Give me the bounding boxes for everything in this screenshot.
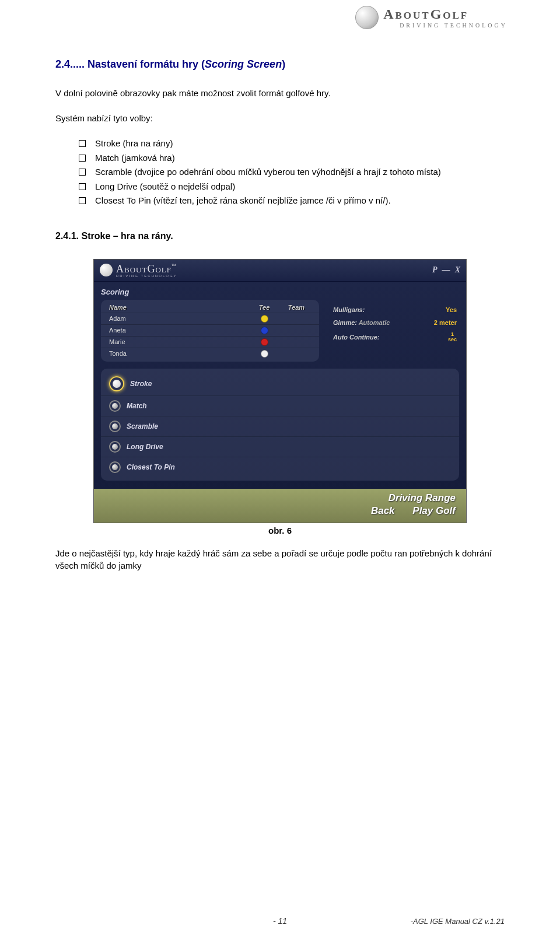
panel-title-scoring: Scoring — [101, 288, 459, 296]
radio-icon — [109, 461, 121, 473]
tee-color-icon — [261, 350, 268, 358]
close-button[interactable]: X — [455, 265, 460, 275]
setting-mulligans[interactable]: Mulligans: Yes — [331, 303, 459, 316]
golf-ball-icon — [355, 6, 379, 29]
col-header-team: Team — [282, 304, 311, 311]
list-item: Closest To Pin (vítězí ten, jehož rána s… — [79, 194, 505, 208]
list-item: Scramble (dvojice po odehrání obou míčků… — [79, 166, 505, 179]
brand-logo: AboutGolf DRIVING TECHNOLOGY — [355, 6, 508, 29]
golf-ball-icon — [100, 264, 113, 276]
tee-color-icon — [261, 315, 268, 323]
list-item: Match (jamková hra) — [79, 152, 505, 165]
app-titlebar: AboutGolf™ DRIVING TECHNOLOGY P — X — [94, 260, 466, 282]
player-row[interactable]: Adam — [101, 313, 319, 325]
mode-long-drive[interactable]: Long Drive — [101, 437, 459, 457]
minimize-button[interactable]: — — [442, 265, 450, 275]
players-panel: Name Tee Team Adam Aneta — [101, 300, 319, 362]
driving-range-button[interactable]: Driving Range — [388, 492, 456, 503]
mode-closest-to-pin[interactable]: Closest To Pin — [101, 457, 459, 477]
subsection-heading: 2.4.1. Stroke – hra na rány. — [55, 231, 505, 241]
options-list: Stroke (hra na rány) Match (jamková hra)… — [55, 137, 505, 208]
game-modes-panel: Stroke Match Scramble Long Drive Closest… — [101, 369, 459, 481]
list-intro: Systém nabízí tyto volby: — [55, 112, 505, 124]
col-header-tee: Tee — [247, 304, 282, 311]
setting-auto-continue[interactable]: Auto Continue: 1 sec — [331, 329, 459, 345]
player-row[interactable]: Marie — [101, 337, 319, 348]
radio-icon — [109, 441, 121, 453]
app-footer: Driving Range Back Play Golf — [94, 489, 466, 523]
setting-gimme[interactable]: Gimme: Automatic 2 meter — [331, 316, 459, 329]
radio-icon — [109, 376, 124, 391]
tee-color-icon — [261, 338, 268, 346]
mode-stroke[interactable]: Stroke — [101, 372, 459, 396]
app-screenshot: AboutGolf™ DRIVING TECHNOLOGY P — X Scor… — [93, 259, 467, 523]
player-row[interactable]: Aneta — [101, 325, 319, 337]
col-header-name: Name — [109, 304, 247, 311]
app-logo: AboutGolf™ DRIVING TECHNOLOGY — [100, 263, 177, 278]
help-button[interactable]: P — [432, 265, 438, 275]
back-button[interactable]: Back — [371, 505, 395, 516]
list-item: Long Drive (soutěž o nejdelší odpal) — [79, 180, 505, 194]
radio-icon — [109, 400, 121, 412]
play-golf-button[interactable]: Play Golf — [412, 505, 456, 516]
radio-icon — [109, 421, 121, 432]
tee-color-icon — [261, 327, 268, 334]
figure-caption: obr. 6 — [55, 526, 505, 535]
brand-name: AboutGolf — [383, 6, 508, 22]
list-item: Stroke (hra na rány) — [79, 137, 505, 150]
intro-paragraph: V dolní polovině obrazovky pak máte možn… — [55, 87, 505, 99]
game-settings-panel: Mulligans: Yes Gimme: Automatic 2 meter … — [331, 300, 459, 362]
doc-version: -AGL IGE Manual CZ v.1.21 — [411, 917, 505, 926]
player-row[interactable]: Tonda — [101, 348, 319, 359]
section-heading: 2.4..... Nastavení formátu hry (Scoring … — [55, 58, 505, 71]
mode-scramble[interactable]: Scramble — [101, 416, 459, 437]
mode-match[interactable]: Match — [101, 396, 459, 416]
outro-paragraph: Jde o nejčastější typ, kdy hraje každý h… — [55, 547, 505, 572]
brand-tagline: DRIVING TECHNOLOGY — [400, 22, 508, 29]
